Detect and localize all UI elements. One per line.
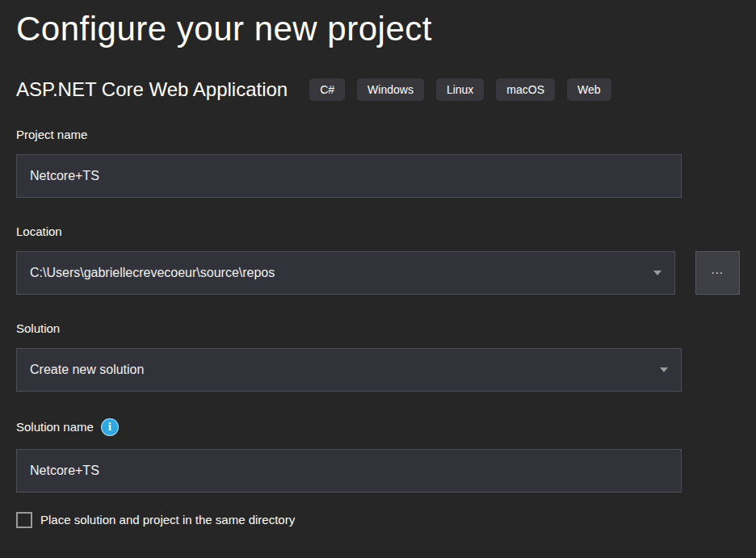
same-directory-checkbox[interactable] [16,512,32,528]
tag-web: Web [567,78,611,101]
template-name: ASP.NET Core Web Application [16,78,288,101]
solution-label: Solution [16,321,740,335]
project-name-label: Project name [16,128,740,141]
configure-project-dialog: Configure your new project ASP.NET Core … [0,0,756,528]
location-label: Location [16,224,740,238]
solution-name-label: Solution name [16,420,94,434]
template-header: ASP.NET Core Web Application C# Windows … [16,78,740,101]
solution-combobox[interactable]: Create new solution [16,348,682,392]
browse-button[interactable]: ... [695,251,740,295]
location-combobox[interactable]: C:\Users\gabriellecrevecoeur\source\repo… [16,251,675,295]
tag-windows: Windows [357,78,424,101]
location-row: C:\Users\gabriellecrevecoeur\source\repo… [16,251,740,295]
solution-row: Create new solution [16,348,740,392]
page-title: Configure your new project [16,8,740,51]
solution-name-input[interactable] [16,449,682,493]
tag-linux: Linux [436,78,484,101]
location-value: C:\Users\gabriellecrevecoeur\source\repo… [30,266,645,280]
info-icon[interactable]: i [101,418,119,436]
tag-csharp: C# [309,78,345,101]
chevron-down-icon[interactable] [660,367,668,372]
same-directory-label: Place solution and project in the same d… [40,513,295,527]
same-directory-option: Place solution and project in the same d… [16,512,740,528]
solution-name-label-row: Solution name i [16,418,740,436]
tag-macos: macOS [496,78,555,101]
solution-value: Create new solution [30,363,652,377]
project-name-input[interactable] [16,154,682,198]
chevron-down-icon[interactable] [653,271,662,275]
